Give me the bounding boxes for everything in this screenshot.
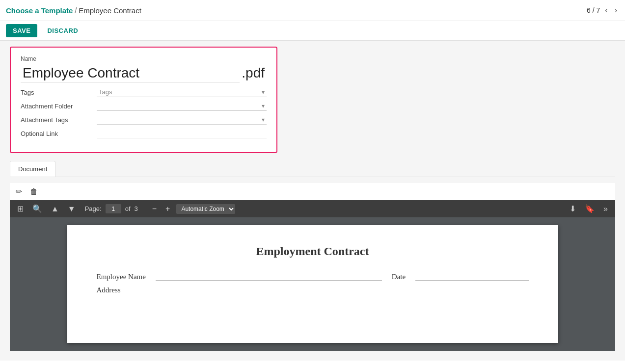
pdf-bookmark-button[interactable]: 🔖 [582,203,597,214]
attachment-folder-select-wrapper: ▾ [97,101,267,111]
name-label: Name [21,55,267,62]
pdf-toolbar: ⊞ 🔍 ▲ ▼ Page: of 3 − + Automatic Zoom [10,200,615,217]
name-row: .pdf [21,64,267,82]
pagination-next-button[interactable]: › [613,4,619,17]
main-content: Name .pdf Tags Tags ▾ Attachment Folder [0,41,625,361]
form-card: Name .pdf Tags Tags ▾ Attachment Folder [10,47,277,153]
bookmark-icon: 🔖 [585,204,595,213]
pdf-page: Employment Contract Employee Name Date A… [67,225,558,343]
trash-icon: 🗑 [30,187,38,196]
pdf-more-button[interactable]: » [601,204,610,214]
attachment-tags-select-wrapper: ▾ [97,115,267,125]
pdf-date-label: Date [392,273,406,281]
pdf-employee-name-line [156,281,382,281]
pdf-page-total: 3 [135,205,138,212]
pdf-zoom-select[interactable]: Automatic Zoom 50% 75% 100% 125% 150% [176,204,235,214]
tags-select-wrapper: Tags ▾ [97,87,267,97]
document-viewer: ✏ 🗑 ⊞ 🔍 ▲ ▼ Page: of 3 − [10,183,615,351]
breadcrumb-separator: / [75,6,77,14]
zoom-in-icon: + [165,205,170,213]
pdf-field-row-employee-name: Employee Name Date [97,273,529,281]
optional-link-input[interactable] [97,129,267,138]
pdf-employee-name-label: Employee Name [97,273,146,281]
attachment-folder-row: Attachment Folder ▾ [21,101,267,111]
sidebar-toggle-icon: ⊞ [17,204,24,213]
pdf-prev-page-button[interactable]: ▲ [49,204,61,214]
delete-icon-button[interactable]: 🗑 [28,186,40,197]
tags-row: Tags Tags ▾ [21,87,267,97]
edit-icon-button[interactable]: ✏ [14,186,24,197]
pagination-display: 6 / 7 [587,6,600,14]
pdf-page-label: Page: [85,205,102,212]
name-extension: .pdf [240,64,267,82]
action-bar: SAVE DISCARD [0,21,625,41]
breadcrumb: Choose a Template / Employee Contract [6,6,141,15]
meta-fields: Tags Tags ▾ Attachment Folder ▾ [21,87,267,138]
tab-document[interactable]: Document [10,161,55,177]
optional-link-row: Optional Link [21,129,267,138]
pdf-next-page-button[interactable]: ▼ [65,204,78,214]
more-icon: » [603,205,608,213]
download-icon: ⬇ [570,204,576,213]
zoom-out-icon: − [152,205,157,213]
search-icon: 🔍 [32,204,42,213]
tags-label: Tags [21,89,97,96]
top-nav-bar: Choose a Template / Employee Contract 6 … [0,0,625,21]
attachment-tags-select[interactable] [97,115,267,124]
pdf-of-label: of [125,205,131,212]
attachment-tags-label: Attachment Tags [21,116,97,124]
pdf-zoom-out-button[interactable]: − [150,204,159,214]
pdf-page-input[interactable] [106,204,121,213]
pdf-zoom-in-button[interactable]: + [163,204,172,214]
next-page-icon: ▼ [68,205,76,213]
pdf-download-button[interactable]: ⬇ [567,203,578,214]
pdf-date-line [415,281,528,281]
doc-toolbar-row: ✏ 🗑 [10,183,615,200]
pdf-sidebar-toggle-button[interactable]: ⊞ [15,203,26,214]
tags-select[interactable]: Tags [97,87,267,97]
attachment-folder-label: Attachment Folder [21,103,97,110]
pencil-icon: ✏ [16,187,22,196]
pdf-address-label: Address [97,286,121,294]
save-button[interactable]: SAVE [6,24,37,37]
pdf-document-title: Employment Contract [97,245,529,258]
pagination-prev-button[interactable]: ‹ [603,4,609,17]
attachment-tags-row: Attachment Tags ▾ [21,115,267,125]
pagination: 6 / 7 ‹ › [587,4,619,17]
breadcrumb-link[interactable]: Choose a Template [6,6,73,15]
document-tabs: Document [10,161,615,177]
pdf-content-area: Employment Contract Employee Name Date A… [10,217,615,351]
breadcrumb-current: Employee Contract [79,6,141,15]
discard-button[interactable]: DISCARD [41,24,84,37]
attachment-folder-select[interactable] [97,101,267,110]
prev-page-icon: ▲ [51,205,59,213]
optional-link-label: Optional Link [21,130,97,137]
pdf-field-row-address: Address [97,286,529,294]
name-input[interactable] [21,64,240,82]
pdf-search-button[interactable]: 🔍 [30,203,45,214]
